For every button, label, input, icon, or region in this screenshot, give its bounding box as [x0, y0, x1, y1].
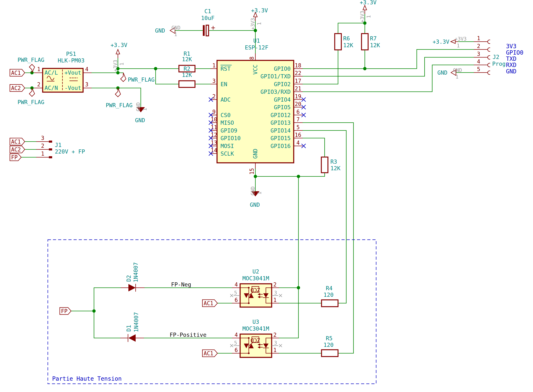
v33-pin-name: +3V3: [360, 11, 365, 23]
j1-ac2-text: AC2: [11, 147, 21, 153]
power-v33-r6r7[interactable]: +3.3V +3V3 1: [360, 0, 377, 23]
v33-pin-num: 1: [256, 22, 262, 25]
u2-pin-num: 2: [273, 281, 277, 288]
net-label-j1-ac2[interactable]: AC2: [10, 146, 25, 153]
u1-pin8-num: 8: [249, 56, 255, 60]
j1-pin-num: 1: [41, 151, 44, 157]
power-v33-j2[interactable]: +3.3V +3V3 1: [433, 36, 467, 49]
power-arrow-icon: [116, 49, 120, 58]
d2-value: 1N4007: [132, 262, 139, 282]
ac1-u3-text: AC1: [204, 350, 213, 357]
power-gnd-j2[interactable]: GND GND 1: [437, 67, 462, 80]
pwr-flag-3[interactable]: PWR_FLAG: [121, 73, 154, 83]
u1-pin-name: GPIO5: [274, 104, 291, 111]
pwr-flag-icon: [121, 73, 126, 82]
pwr-flag-2[interactable]: PWR_FLAG: [18, 88, 44, 106]
label-fp-positive[interactable]: FP-Positive: [170, 332, 206, 338]
connector-pin-icon: [488, 71, 490, 75]
gnd-pin-name: GND: [172, 25, 180, 31]
component-j2[interactable]: 1 2 3 4 5 J2 Prog: [474, 35, 505, 75]
ps1-value: HLK-PM03: [58, 57, 84, 64]
pwr-flag-4[interactable]: PWR_FLAG: [106, 88, 132, 109]
component-r5[interactable]: R5 120: [322, 335, 338, 357]
grey-x-icon: [230, 294, 233, 297]
pwr-flag-icon: [29, 88, 35, 96]
power-gnd-c1[interactable]: GND GND 1: [155, 25, 180, 37]
net-label-ac1[interactable]: AC1: [10, 69, 25, 76]
schematic-canvas: PS1 HLK-PM03 AC/L +Vout AC/N -Vout 1 2 4…: [0, 0, 533, 392]
component-r7[interactable]: R7 12K: [361, 34, 380, 50]
u1-pin15-name: GND: [252, 149, 258, 159]
component-u1[interactable]: 8 VCC 15 GND U1 ESP-12F 1 3 2 9 10 11 12…: [211, 37, 302, 175]
power-gnd-u1[interactable]: GND GND 1: [250, 187, 262, 208]
u1-pin-num: 6: [296, 109, 300, 115]
gnd-text: GND: [155, 28, 165, 34]
net-label-ac1-u2[interactable]: AC1: [202, 300, 217, 307]
v33-pin-name: +3V3: [112, 60, 118, 72]
component-c1[interactable]: C1 10uF: [201, 8, 215, 36]
pwr-flag-1-text: PWR_FLAG: [18, 57, 44, 63]
component-r6[interactable]: R6 12K: [335, 34, 354, 50]
ps1-pin-acl: AC/L: [45, 70, 58, 76]
r4-value: 120: [324, 292, 334, 298]
u1-pin-name: GPIO1/TXD: [261, 73, 291, 79]
r2-value: 12K: [182, 72, 192, 78]
u1-pin-num: 2: [212, 93, 215, 100]
j2-side-label: GPIO0: [506, 49, 523, 56]
hv-section-box: [48, 240, 376, 384]
u1-pin15-num: 15: [249, 168, 255, 175]
u1-pin-name: GPIO9: [220, 127, 237, 134]
ps1-pin-num-2: 2: [37, 81, 40, 88]
u2-pin-num: 6: [234, 297, 238, 303]
component-d2[interactable]: D2 1N4007: [121, 262, 144, 291]
j2-side-label: TXD: [506, 56, 517, 62]
component-u3[interactable]: NC NC 4 5 6 2 3 1 ZCD U3 MOC3041M: [230, 319, 282, 357]
power-v33-u1[interactable]: +3.3V +3V3 1: [250, 7, 268, 30]
junction-dots: [30, 21, 366, 313]
u1-pin-name: RST: [220, 65, 231, 72]
u1-pin-num: 22: [295, 70, 301, 76]
connector-pin-icon: [488, 63, 490, 67]
power-v33-ps1[interactable]: +3.3V +3V3 1: [111, 42, 127, 72]
ps1-pin-num-4: 4: [85, 66, 89, 72]
net-label-ac1-u3[interactable]: AC1: [202, 350, 217, 357]
u1-pin-num: 18: [295, 62, 301, 69]
net-label-fp[interactable]: FP: [60, 308, 71, 314]
v33-text: +3.3V: [433, 38, 449, 45]
gnd-pin-num: 1: [455, 74, 458, 80]
r6-value: 12K: [343, 42, 354, 48]
r1-value: 12K: [182, 56, 192, 62]
net-label-j1-fp[interactable]: FP: [10, 154, 21, 161]
ac2-label-text: AC2: [11, 85, 21, 91]
u2-pin-num: 5: [234, 290, 237, 296]
component-r3[interactable]: R3 12K: [321, 157, 341, 173]
label-fp-neg[interactable]: FP-Neg: [171, 281, 191, 288]
component-r4[interactable]: R4 120: [322, 285, 338, 307]
u1-pin-name: CS0: [220, 112, 231, 118]
v33-pin-name: +3V3: [455, 36, 467, 42]
u1-ref: U1: [253, 37, 260, 44]
u1-pin-name: GPIO3/RXD: [261, 89, 291, 95]
component-u2[interactable]: NC NC 4 5 6 2 3 1 ZCD U2 MOC3041M: [230, 268, 282, 307]
r3-ref: R3: [330, 159, 337, 165]
u2-zcd-text: ZCD: [251, 287, 260, 293]
u1-pin-num: 19: [295, 93, 301, 100]
ps1-pin-num-1: 1: [37, 66, 40, 72]
net-label-ac2[interactable]: AC2: [10, 84, 25, 92]
v33-pin-num: 1: [366, 15, 372, 18]
u1-pin-name: GPIO4: [274, 96, 291, 103]
component-j1[interactable]: 3 2 1 J1 220V + FP: [37, 135, 85, 158]
j1-value: 220V + FP: [55, 148, 85, 155]
component-d1[interactable]: D1 1N4007: [121, 312, 144, 342]
gnd-text: GND: [135, 117, 145, 123]
gnd-pin-name: GND: [453, 67, 462, 73]
net-label-j1-ac1[interactable]: AC1: [10, 138, 25, 145]
ac1-u2-text: AC1: [204, 300, 213, 307]
u1-pin-name: GPIO12: [271, 112, 291, 118]
pwr-flag-4-text: PWR_FLAG: [106, 102, 132, 109]
r7-value: 12K: [370, 42, 380, 48]
gnd-pin-num: 1: [142, 108, 148, 111]
u1-pin-name: MISO: [220, 120, 234, 126]
terminal-pad-icon: [49, 148, 52, 150]
power-gnd-ps1[interactable]: GND GND 1: [135, 103, 148, 123]
